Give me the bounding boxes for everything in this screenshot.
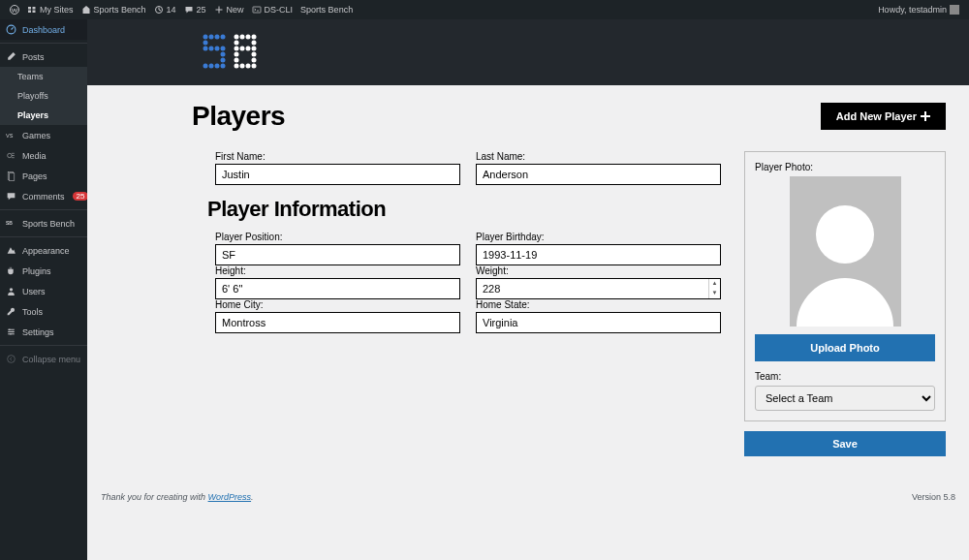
wp-logo[interactable] bbox=[10, 5, 19, 15]
position-input[interactable] bbox=[215, 244, 460, 265]
svg-point-30 bbox=[215, 64, 220, 69]
svg-point-26 bbox=[221, 52, 226, 57]
team-select[interactable]: Select a Team bbox=[755, 386, 935, 411]
team-label: Team: bbox=[755, 371, 935, 382]
sidebar-teams[interactable]: Teams bbox=[0, 67, 87, 86]
sidebar-comments[interactable]: Comments25 bbox=[0, 186, 87, 206]
svg-point-24 bbox=[215, 47, 220, 51]
new-link[interactable]: New bbox=[214, 5, 244, 15]
svg-point-15 bbox=[10, 333, 12, 335]
weight-input[interactable] bbox=[476, 278, 721, 299]
svg-point-27 bbox=[221, 58, 226, 63]
height-label: Height: bbox=[215, 265, 460, 276]
homecity-input[interactable] bbox=[215, 312, 460, 333]
svg-point-29 bbox=[209, 64, 214, 69]
sidebar: Dashboard Posts Teams Playoffs Players V… bbox=[0, 19, 87, 560]
homestate-input[interactable] bbox=[476, 312, 721, 333]
svg-point-28 bbox=[203, 64, 208, 69]
sidebar-users[interactable]: Users bbox=[0, 281, 87, 301]
sidebar-tools[interactable]: Tools bbox=[0, 301, 87, 322]
birthday-input[interactable] bbox=[476, 244, 721, 265]
footer-thanks: Thank you for creating with WordPress. bbox=[101, 492, 254, 502]
svg-point-40 bbox=[246, 47, 251, 51]
sidebar-media[interactable]: Media bbox=[0, 145, 87, 166]
weight-label: Weight: bbox=[476, 265, 721, 276]
svg-point-33 bbox=[240, 35, 245, 40]
sidebar-appearance[interactable]: Appearance bbox=[0, 240, 87, 261]
footer: Thank you for creating with WordPress. V… bbox=[101, 492, 955, 502]
sidebar-pages[interactable]: Pages bbox=[0, 166, 87, 186]
save-button[interactable]: Save bbox=[744, 431, 946, 456]
sidebar-plugins[interactable]: Plugins bbox=[0, 261, 87, 281]
photo-label: Player Photo: bbox=[755, 162, 935, 172]
svg-point-20 bbox=[221, 35, 226, 40]
sb-link[interactable]: Sports Bench bbox=[300, 5, 353, 15]
last-name-input[interactable] bbox=[476, 164, 721, 185]
svg-point-35 bbox=[252, 35, 257, 40]
sb-logo bbox=[202, 33, 260, 72]
svg-rect-3 bbox=[28, 11, 31, 14]
last-name-label: Last Name: bbox=[476, 151, 721, 162]
height-input[interactable] bbox=[215, 278, 460, 299]
dscli-link[interactable]: DS-CLI bbox=[252, 5, 294, 15]
svg-point-8 bbox=[8, 153, 12, 157]
svg-point-36 bbox=[234, 41, 239, 46]
svg-point-47 bbox=[240, 64, 245, 69]
mysites-link[interactable]: My Sites bbox=[27, 5, 74, 15]
photo-box: Player Photo: Upload Photo Team: Select … bbox=[744, 151, 946, 421]
posts-submenu: Teams Playoffs Players bbox=[0, 67, 87, 125]
sidebar-posts[interactable]: Posts bbox=[0, 47, 87, 67]
avatar bbox=[950, 5, 959, 15]
first-name-input[interactable] bbox=[215, 164, 460, 185]
updates-link[interactable]: 14 bbox=[154, 5, 176, 15]
upload-photo-button[interactable]: Upload Photo bbox=[755, 334, 935, 361]
svg-point-21 bbox=[203, 41, 208, 46]
svg-rect-5 bbox=[253, 7, 261, 13]
comments-badge: 25 bbox=[73, 192, 89, 201]
svg-text:SB: SB bbox=[6, 221, 13, 226]
svg-point-37 bbox=[252, 41, 257, 46]
svg-point-48 bbox=[246, 64, 251, 69]
page-title: Players bbox=[192, 101, 285, 132]
svg-point-12 bbox=[10, 288, 13, 291]
wordpress-link[interactable]: WordPress bbox=[208, 492, 252, 502]
add-new-player-button[interactable]: Add New Player bbox=[821, 103, 946, 130]
player-info-heading: Player Information bbox=[207, 197, 721, 222]
svg-point-41 bbox=[252, 47, 257, 51]
svg-point-17 bbox=[203, 35, 208, 40]
sidebar-games[interactable]: VSGames bbox=[0, 125, 87, 145]
sidebar-settings[interactable]: Settings bbox=[0, 322, 87, 342]
svg-point-39 bbox=[240, 47, 245, 51]
svg-point-31 bbox=[221, 64, 226, 69]
howdy-link[interactable]: Howdy, testadmin bbox=[878, 5, 959, 15]
svg-point-13 bbox=[9, 328, 11, 330]
svg-point-51 bbox=[816, 205, 874, 264]
svg-point-38 bbox=[234, 47, 239, 51]
sidebar-sportsbench[interactable]: SBSports Bench bbox=[0, 213, 87, 233]
birthday-label: Player Birthday: bbox=[476, 232, 721, 242]
content: Players Add New Player First Name: Last … bbox=[87, 19, 969, 560]
commentcount-link[interactable]: 25 bbox=[184, 5, 206, 15]
weight-spinner[interactable]: ▲▼ bbox=[708, 279, 720, 298]
header-strip bbox=[87, 19, 969, 85]
position-label: Player Position: bbox=[215, 232, 460, 242]
svg-rect-1 bbox=[28, 7, 31, 10]
sidebar-players[interactable]: Players bbox=[0, 106, 87, 125]
svg-point-44 bbox=[234, 58, 239, 63]
svg-point-49 bbox=[252, 64, 257, 69]
sitename-link[interactable]: Sports Bench bbox=[81, 5, 146, 15]
svg-point-0 bbox=[11, 6, 19, 15]
svg-point-42 bbox=[234, 52, 239, 57]
homecity-label: Home City: bbox=[215, 299, 460, 310]
sidebar-playoffs[interactable]: Playoffs bbox=[0, 86, 87, 106]
svg-point-25 bbox=[221, 47, 226, 51]
sidebar-dashboard[interactable]: Dashboard bbox=[0, 19, 87, 40]
first-name-label: First Name: bbox=[215, 151, 460, 162]
sidebar-collapse[interactable]: Collapse menu bbox=[0, 349, 87, 369]
svg-point-45 bbox=[252, 58, 257, 63]
svg-rect-10 bbox=[9, 173, 15, 181]
svg-point-14 bbox=[12, 331, 14, 333]
homestate-label: Home State: bbox=[476, 299, 721, 310]
svg-point-46 bbox=[234, 64, 239, 69]
footer-version: Version 5.8 bbox=[912, 492, 955, 502]
